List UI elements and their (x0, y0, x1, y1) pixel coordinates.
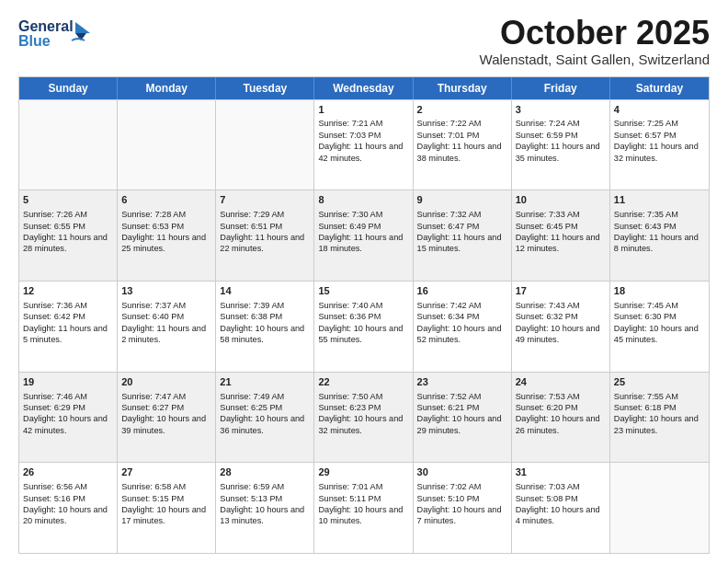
cell-text: Sunset: 6:51 PM (220, 221, 310, 232)
day-number-27: 27 (121, 465, 211, 479)
day-number-6: 6 (121, 193, 211, 207)
calendar-cell-r1c6: 11Sunrise: 7:35 AMSunset: 6:43 PMDayligh… (610, 190, 709, 281)
calendar-cell-r0c2 (216, 100, 314, 190)
cell-text: Daylight: 10 hours and 23 minutes. (614, 413, 705, 436)
cell-text: Sunset: 6:25 PM (220, 402, 310, 413)
day-number-14: 14 (220, 284, 310, 298)
day-number-17: 17 (516, 284, 606, 298)
day-number-20: 20 (121, 375, 211, 389)
cell-text: Daylight: 11 hours and 28 minutes. (23, 232, 113, 255)
header-friday: Friday (512, 77, 610, 99)
cell-text: Sunset: 6:45 PM (516, 221, 606, 232)
day-number-28: 28 (220, 465, 310, 479)
day-number-16: 16 (417, 284, 507, 298)
cell-text: Sunrise: 7:50 AM (318, 391, 408, 402)
calendar-cell-r3c0: 19Sunrise: 7:46 AMSunset: 6:29 PMDayligh… (19, 373, 118, 463)
day-number-23: 23 (417, 375, 507, 389)
calendar-cell-r1c2: 7Sunrise: 7:29 AMSunset: 6:51 PMDaylight… (216, 190, 314, 281)
cell-text: Sunset: 6:23 PM (318, 402, 408, 413)
header-thursday: Thursday (414, 77, 512, 99)
cell-text: Daylight: 10 hours and 10 minutes. (318, 504, 408, 527)
calendar-cell-r1c0: 5Sunrise: 7:26 AMSunset: 6:55 PMDaylight… (19, 190, 118, 281)
day-number-25: 25 (614, 375, 705, 389)
cell-text: Sunset: 5:08 PM (516, 493, 606, 504)
day-number-13: 13 (121, 284, 211, 298)
cell-text: Sunrise: 7:36 AM (23, 300, 113, 311)
day-number-29: 29 (318, 465, 408, 479)
calendar-body: 1Sunrise: 7:21 AMSunset: 7:03 PMDaylight… (19, 99, 709, 553)
cell-text: Sunrise: 7:55 AM (614, 391, 705, 402)
cell-text: Daylight: 11 hours and 5 minutes. (23, 323, 113, 346)
header-sunday: Sunday (19, 77, 118, 99)
day-number-31: 31 (516, 465, 606, 479)
calendar: Sunday Monday Tuesday Wednesday Thursday… (18, 76, 710, 554)
cell-text: Sunset: 6:47 PM (417, 221, 507, 232)
cell-text: Sunset: 5:10 PM (417, 493, 507, 504)
cell-text: Sunset: 6:20 PM (516, 402, 606, 413)
cell-text: Daylight: 11 hours and 35 minutes. (516, 141, 606, 164)
cell-text: Daylight: 10 hours and 55 minutes. (318, 323, 408, 346)
cell-text: Sunrise: 7:03 AM (516, 481, 606, 492)
cell-text: Sunrise: 7:45 AM (614, 300, 705, 311)
cell-text: Sunrise: 7:42 AM (417, 300, 507, 311)
cell-text: Daylight: 10 hours and 49 minutes. (516, 323, 606, 346)
cell-text: Daylight: 10 hours and 4 minutes. (516, 504, 606, 527)
calendar-cell-r1c4: 9Sunrise: 7:32 AMSunset: 6:47 PMDaylight… (414, 190, 512, 281)
calendar-row-0: 1Sunrise: 7:21 AMSunset: 7:03 PMDaylight… (19, 99, 709, 190)
calendar-cell-r1c1: 6Sunrise: 7:28 AMSunset: 6:53 PMDaylight… (118, 190, 216, 281)
day-number-26: 26 (23, 465, 113, 479)
day-number-18: 18 (614, 284, 705, 298)
calendar-cell-r4c1: 27Sunrise: 6:58 AMSunset: 5:15 PMDayligh… (118, 463, 216, 553)
calendar-cell-r1c5: 10Sunrise: 7:33 AMSunset: 6:45 PMDayligh… (512, 190, 610, 281)
cell-text: Sunrise: 7:29 AM (220, 209, 310, 220)
cell-text: Daylight: 11 hours and 2 minutes. (121, 323, 211, 346)
cell-text: Sunrise: 7:52 AM (417, 391, 507, 402)
calendar-cell-r2c1: 13Sunrise: 7:37 AMSunset: 6:40 PMDayligh… (118, 282, 216, 372)
cell-text: Sunset: 6:18 PM (614, 402, 705, 413)
cell-text: Sunrise: 7:43 AM (516, 300, 606, 311)
cell-text: Sunset: 6:42 PM (23, 311, 113, 322)
month-title: October 2025 (480, 15, 710, 52)
day-number-5: 5 (23, 193, 113, 207)
cell-text: Sunset: 5:15 PM (121, 493, 211, 504)
cell-text: Daylight: 11 hours and 12 minutes. (516, 232, 606, 255)
calendar-cell-r4c2: 28Sunrise: 6:59 AMSunset: 5:13 PMDayligh… (216, 463, 314, 553)
cell-text: Daylight: 11 hours and 32 minutes. (614, 141, 705, 164)
cell-text: Sunset: 6:49 PM (318, 221, 408, 232)
calendar-cell-r3c2: 21Sunrise: 7:49 AMSunset: 6:25 PMDayligh… (216, 373, 314, 463)
cell-text: Sunset: 7:01 PM (417, 130, 507, 141)
cell-text: Daylight: 11 hours and 22 minutes. (220, 232, 310, 255)
cell-text: Daylight: 10 hours and 52 minutes. (417, 323, 507, 346)
calendar-cell-r0c6: 4Sunrise: 7:25 AMSunset: 6:57 PMDaylight… (610, 100, 709, 190)
cell-text: Daylight: 11 hours and 15 minutes. (417, 232, 507, 255)
title-block: October 2025 Walenstadt, Saint Gallen, S… (480, 15, 710, 67)
day-number-8: 8 (318, 193, 408, 207)
cell-text: Daylight: 10 hours and 20 minutes. (23, 504, 113, 527)
header-monday: Monday (118, 77, 216, 99)
cell-text: Daylight: 10 hours and 13 minutes. (220, 504, 310, 527)
header-wednesday: Wednesday (314, 77, 413, 99)
cell-text: Sunset: 6:29 PM (23, 402, 113, 413)
cell-text: Sunrise: 7:32 AM (417, 209, 507, 220)
day-number-2: 2 (417, 103, 507, 117)
cell-text: Sunset: 6:32 PM (516, 311, 606, 322)
cell-text: Sunset: 6:40 PM (121, 311, 211, 322)
calendar-cell-r3c5: 24Sunrise: 7:53 AMSunset: 6:20 PMDayligh… (512, 373, 610, 463)
day-number-10: 10 (516, 193, 606, 207)
day-number-22: 22 (318, 375, 408, 389)
calendar-cell-r0c3: 1Sunrise: 7:21 AMSunset: 7:03 PMDaylight… (314, 100, 413, 190)
day-number-7: 7 (220, 193, 310, 207)
calendar-cell-r4c5: 31Sunrise: 7:03 AMSunset: 5:08 PMDayligh… (512, 463, 610, 553)
cell-text: Sunrise: 7:33 AM (516, 209, 606, 220)
cell-text: Sunrise: 7:40 AM (318, 300, 408, 311)
day-number-4: 4 (614, 103, 705, 117)
header-saturday: Saturday (610, 77, 709, 99)
cell-text: Sunset: 6:36 PM (318, 311, 408, 322)
svg-marker-2 (75, 22, 90, 33)
cell-text: Sunrise: 7:53 AM (516, 391, 606, 402)
calendar-cell-r4c0: 26Sunrise: 6:56 AMSunset: 5:16 PMDayligh… (19, 463, 118, 553)
calendar-cell-r3c6: 25Sunrise: 7:55 AMSunset: 6:18 PMDayligh… (610, 373, 709, 463)
calendar-cell-r2c0: 12Sunrise: 7:36 AMSunset: 6:42 PMDayligh… (19, 282, 118, 372)
calendar-cell-r4c6 (610, 463, 709, 553)
cell-text: Daylight: 10 hours and 42 minutes. (23, 413, 113, 436)
